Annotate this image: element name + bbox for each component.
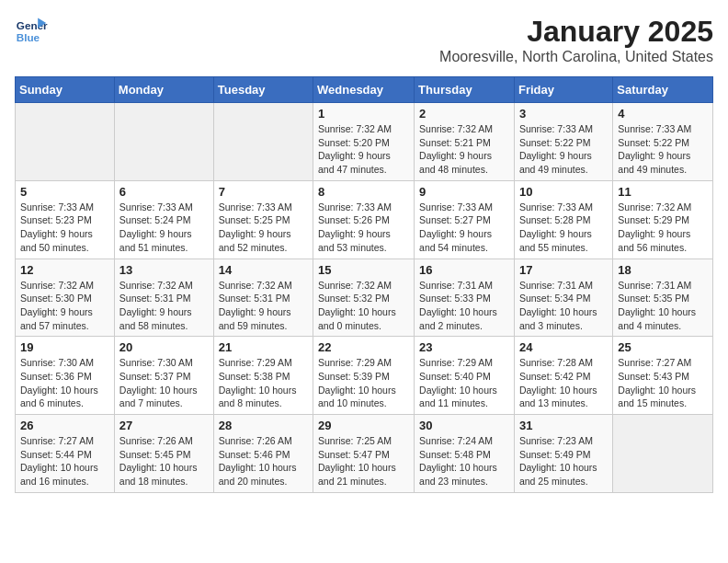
- calendar-cell: 6Sunrise: 7:33 AM Sunset: 5:24 PM Daylig…: [114, 180, 213, 259]
- day-info: Sunrise: 7:29 AM Sunset: 5:38 PM Dayligh…: [219, 356, 308, 410]
- calendar-cell: 7Sunrise: 7:33 AM Sunset: 5:25 PM Daylig…: [213, 180, 313, 259]
- day-info: Sunrise: 7:33 AM Sunset: 5:28 PM Dayligh…: [519, 201, 608, 255]
- calendar-cell: 9Sunrise: 7:33 AM Sunset: 5:27 PM Daylig…: [415, 180, 515, 259]
- calendar-cell: 2Sunrise: 7:32 AM Sunset: 5:21 PM Daylig…: [415, 103, 515, 181]
- day-number: 4: [618, 107, 708, 121]
- week-row-1: 1Sunrise: 7:32 AM Sunset: 5:20 PM Daylig…: [16, 103, 713, 181]
- calendar-cell: [213, 103, 313, 181]
- day-info: Sunrise: 7:33 AM Sunset: 5:25 PM Dayligh…: [219, 201, 308, 255]
- day-number: 25: [618, 340, 708, 354]
- title-area: January 2025 Mooresville, North Carolina…: [439, 15, 713, 65]
- calendar-cell: 10Sunrise: 7:33 AM Sunset: 5:28 PM Dayli…: [514, 180, 612, 259]
- day-number: 28: [219, 419, 308, 432]
- day-number: 10: [519, 185, 608, 199]
- calendar-cell: 30Sunrise: 7:24 AM Sunset: 5:48 PM Dayli…: [415, 415, 515, 493]
- month-title: January 2025: [439, 15, 713, 49]
- day-number: 7: [219, 185, 308, 199]
- day-info: Sunrise: 7:32 AM Sunset: 5:32 PM Dayligh…: [318, 279, 409, 333]
- week-row-2: 5Sunrise: 7:33 AM Sunset: 5:23 PM Daylig…: [16, 180, 713, 259]
- calendar-cell: [114, 103, 213, 181]
- day-header-thursday: Thursday: [415, 77, 515, 103]
- day-info: Sunrise: 7:32 AM Sunset: 5:31 PM Dayligh…: [119, 279, 209, 333]
- calendar-header-row: SundayMondayTuesdayWednesdayThursdayFrid…: [16, 77, 713, 103]
- day-number: 22: [318, 340, 409, 354]
- day-number: 19: [20, 340, 109, 354]
- logo-icon: General Blue: [15, 15, 48, 48]
- day-number: 30: [419, 419, 509, 432]
- day-number: 2: [419, 107, 509, 121]
- day-number: 3: [519, 107, 608, 121]
- day-info: Sunrise: 7:29 AM Sunset: 5:40 PM Dayligh…: [419, 356, 509, 410]
- day-number: 15: [318, 263, 409, 277]
- svg-text:Blue: Blue: [17, 31, 40, 43]
- day-number: 13: [119, 263, 209, 277]
- day-number: 12: [20, 263, 109, 277]
- calendar-table: SundayMondayTuesdayWednesdayThursdayFrid…: [15, 76, 713, 493]
- day-number: 21: [219, 340, 308, 354]
- day-number: 20: [119, 340, 209, 354]
- day-info: Sunrise: 7:31 AM Sunset: 5:34 PM Dayligh…: [519, 279, 608, 333]
- calendar-cell: 22Sunrise: 7:29 AM Sunset: 5:39 PM Dayli…: [313, 337, 415, 415]
- day-info: Sunrise: 7:33 AM Sunset: 5:22 PM Dayligh…: [618, 122, 708, 177]
- calendar-cell: 13Sunrise: 7:32 AM Sunset: 5:31 PM Dayli…: [114, 259, 213, 337]
- week-row-3: 12Sunrise: 7:32 AM Sunset: 5:30 PM Dayli…: [16, 259, 713, 337]
- calendar-cell: 12Sunrise: 7:32 AM Sunset: 5:30 PM Dayli…: [16, 259, 115, 337]
- day-number: 14: [219, 263, 308, 277]
- location-title: Mooresville, North Carolina, United Stat…: [439, 49, 713, 65]
- day-number: 18: [618, 263, 708, 277]
- calendar-cell: 29Sunrise: 7:25 AM Sunset: 5:47 PM Dayli…: [313, 415, 415, 493]
- day-info: Sunrise: 7:26 AM Sunset: 5:45 PM Dayligh…: [119, 434, 209, 488]
- calendar-cell: 4Sunrise: 7:33 AM Sunset: 5:22 PM Daylig…: [613, 103, 713, 181]
- calendar-cell: 28Sunrise: 7:26 AM Sunset: 5:46 PM Dayli…: [213, 415, 313, 493]
- calendar-cell: 14Sunrise: 7:32 AM Sunset: 5:31 PM Dayli…: [213, 259, 313, 337]
- calendar-cell: 20Sunrise: 7:30 AM Sunset: 5:37 PM Dayli…: [114, 337, 213, 415]
- day-info: Sunrise: 7:33 AM Sunset: 5:23 PM Dayligh…: [20, 201, 109, 255]
- day-info: Sunrise: 7:24 AM Sunset: 5:48 PM Dayligh…: [419, 434, 509, 488]
- calendar-cell: 1Sunrise: 7:32 AM Sunset: 5:20 PM Daylig…: [313, 103, 415, 181]
- day-info: Sunrise: 7:26 AM Sunset: 5:46 PM Dayligh…: [219, 434, 308, 488]
- day-info: Sunrise: 7:27 AM Sunset: 5:43 PM Dayligh…: [618, 356, 708, 410]
- day-number: 26: [20, 419, 109, 432]
- calendar-cell: 19Sunrise: 7:30 AM Sunset: 5:36 PM Dayli…: [16, 337, 115, 415]
- day-info: Sunrise: 7:31 AM Sunset: 5:33 PM Dayligh…: [419, 279, 509, 333]
- day-header-monday: Monday: [114, 77, 213, 103]
- calendar-cell: 17Sunrise: 7:31 AM Sunset: 5:34 PM Dayli…: [514, 259, 612, 337]
- day-info: Sunrise: 7:29 AM Sunset: 5:39 PM Dayligh…: [318, 356, 409, 410]
- calendar-cell: 23Sunrise: 7:29 AM Sunset: 5:40 PM Dayli…: [415, 337, 515, 415]
- day-info: Sunrise: 7:33 AM Sunset: 5:26 PM Dayligh…: [318, 201, 409, 255]
- day-info: Sunrise: 7:23 AM Sunset: 5:49 PM Dayligh…: [519, 434, 608, 488]
- calendar-cell: 5Sunrise: 7:33 AM Sunset: 5:23 PM Daylig…: [16, 180, 115, 259]
- day-info: Sunrise: 7:33 AM Sunset: 5:24 PM Dayligh…: [119, 201, 209, 255]
- day-header-saturday: Saturday: [613, 77, 713, 103]
- day-header-friday: Friday: [514, 77, 612, 103]
- day-number: 23: [419, 340, 509, 354]
- calendar-cell: 27Sunrise: 7:26 AM Sunset: 5:45 PM Dayli…: [114, 415, 213, 493]
- day-header-sunday: Sunday: [16, 77, 115, 103]
- calendar-cell: 21Sunrise: 7:29 AM Sunset: 5:38 PM Dayli…: [213, 337, 313, 415]
- day-info: Sunrise: 7:31 AM Sunset: 5:35 PM Dayligh…: [618, 279, 708, 333]
- day-number: 1: [318, 107, 409, 121]
- calendar-cell: 15Sunrise: 7:32 AM Sunset: 5:32 PM Dayli…: [313, 259, 415, 337]
- calendar-cell: 26Sunrise: 7:27 AM Sunset: 5:44 PM Dayli…: [16, 415, 115, 493]
- day-info: Sunrise: 7:33 AM Sunset: 5:22 PM Dayligh…: [519, 122, 608, 177]
- day-info: Sunrise: 7:32 AM Sunset: 5:20 PM Dayligh…: [318, 122, 409, 177]
- header: General Blue January 2025 Mooresville, N…: [15, 15, 713, 65]
- day-number: 17: [519, 263, 608, 277]
- calendar-body: 1Sunrise: 7:32 AM Sunset: 5:20 PM Daylig…: [16, 103, 713, 493]
- day-number: 6: [119, 185, 209, 199]
- day-header-wednesday: Wednesday: [313, 77, 415, 103]
- calendar-cell: 11Sunrise: 7:32 AM Sunset: 5:29 PM Dayli…: [613, 180, 713, 259]
- day-info: Sunrise: 7:30 AM Sunset: 5:36 PM Dayligh…: [20, 356, 109, 410]
- day-info: Sunrise: 7:32 AM Sunset: 5:30 PM Dayligh…: [20, 279, 109, 333]
- calendar-cell: 3Sunrise: 7:33 AM Sunset: 5:22 PM Daylig…: [514, 103, 612, 181]
- day-number: 24: [519, 340, 608, 354]
- calendar-cell: 31Sunrise: 7:23 AM Sunset: 5:49 PM Dayli…: [514, 415, 612, 493]
- day-info: Sunrise: 7:32 AM Sunset: 5:21 PM Dayligh…: [419, 122, 509, 177]
- week-row-5: 26Sunrise: 7:27 AM Sunset: 5:44 PM Dayli…: [16, 415, 713, 493]
- calendar-cell: 16Sunrise: 7:31 AM Sunset: 5:33 PM Dayli…: [415, 259, 515, 337]
- calendar-cell: 8Sunrise: 7:33 AM Sunset: 5:26 PM Daylig…: [313, 180, 415, 259]
- calendar-cell: 18Sunrise: 7:31 AM Sunset: 5:35 PM Dayli…: [613, 259, 713, 337]
- calendar-cell: 24Sunrise: 7:28 AM Sunset: 5:42 PM Dayli…: [514, 337, 612, 415]
- day-info: Sunrise: 7:25 AM Sunset: 5:47 PM Dayligh…: [318, 434, 409, 488]
- day-info: Sunrise: 7:27 AM Sunset: 5:44 PM Dayligh…: [20, 434, 109, 488]
